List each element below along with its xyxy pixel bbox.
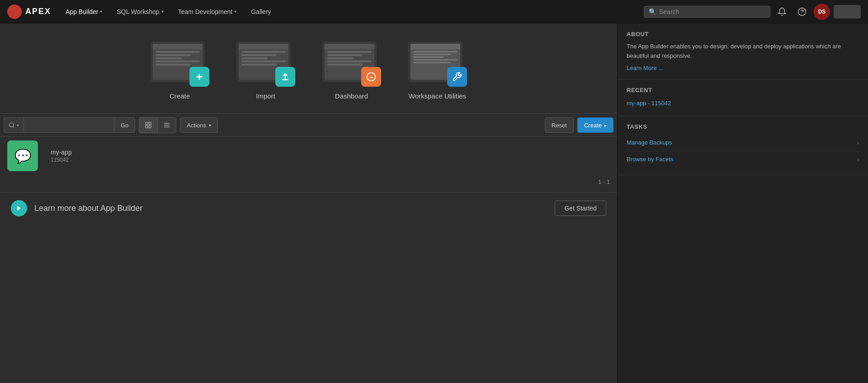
mockup-line: [413, 54, 451, 55]
actions-chevron: ▾: [209, 123, 211, 128]
screen-line: [156, 61, 200, 62]
task-item-manage-backups[interactable]: Manage Backups ›: [627, 135, 859, 151]
screen-line: [241, 64, 277, 65]
global-search-box[interactable]: 🔍: [644, 6, 770, 18]
search-input-group: ▾ Go: [4, 117, 135, 133]
create-icon-wrapper: [151, 42, 209, 87]
mockup-line: [413, 56, 444, 58]
view-toggle: [139, 117, 176, 133]
screen-line: [156, 64, 191, 65]
svg-rect-13: [149, 122, 151, 125]
dashboard-badge: [361, 67, 381, 87]
import-icon-wrapper: [236, 42, 295, 87]
go-button[interactable]: Go: [114, 117, 135, 133]
nav-sql-workshop-chevron: ▾: [161, 9, 164, 14]
svg-line-11: [13, 126, 14, 128]
reset-button[interactable]: Reset: [545, 117, 574, 133]
svg-marker-19: [17, 206, 21, 211]
mockup-line: [413, 62, 451, 63]
nav-team-development[interactable]: Team Development ▾: [173, 5, 242, 18]
tasks-title: Tasks: [627, 123, 859, 130]
content-area: Create: [0, 23, 617, 383]
task-chevron-0: ›: [857, 139, 859, 146]
screen-line: [327, 64, 363, 65]
svg-rect-12: [146, 122, 148, 125]
list-item[interactable]: 💬 my-app 115042: [0, 137, 617, 175]
learn-more-banner: Learn more about App Builder Get Started: [0, 192, 617, 224]
icons-row: Create: [0, 23, 617, 113]
list-view-button[interactable]: [158, 117, 176, 133]
pagination: 1 - 1: [0, 175, 617, 189]
app-card-icon-square: 💬: [7, 140, 38, 171]
learn-more-text: Learn more about App Builder: [34, 204, 547, 213]
about-text: The App Builder enables you to design, d…: [627, 42, 859, 61]
search-text-input[interactable]: [24, 117, 114, 133]
search-icon: 🔍: [649, 8, 656, 15]
screen-line: [327, 51, 372, 53]
nav-sql-workshop[interactable]: SQL Workshop ▾: [111, 5, 169, 18]
screen-line: [156, 51, 200, 53]
search-input[interactable]: [659, 8, 765, 15]
notifications-button[interactable]: [774, 4, 790, 20]
workspace-utilities-label: Workspace Utilities: [409, 92, 466, 100]
nav-team-development-chevron: ▾: [234, 9, 236, 14]
icon-card-create[interactable]: Create: [151, 42, 209, 100]
nav-app-builder-chevron: ▾: [100, 9, 102, 14]
task-chevron-1: ›: [857, 156, 859, 163]
icon-card-workspace-utilities[interactable]: Workspace Utilities: [408, 42, 467, 100]
grid-view-button[interactable]: [139, 117, 158, 133]
icon-card-dashboard[interactable]: Dashboard: [322, 42, 381, 100]
screen-line: [241, 51, 286, 53]
toolbar: ▾ Go: [0, 113, 617, 137]
screen-line: [156, 54, 191, 56]
user-avatar[interactable]: DS: [814, 4, 830, 20]
top-navigation: APEX App Builder ▾ SQL Workshop ▾ Team D…: [0, 0, 868, 23]
get-started-button[interactable]: Get Started: [555, 201, 606, 216]
apps-grid: 💬 my-app 115042: [0, 137, 617, 175]
app-id: 115042: [51, 157, 72, 163]
play-icon-circle: [11, 200, 27, 216]
task-item-browse-by-facets[interactable]: Browse by Facets ›: [627, 151, 859, 168]
import-badge: [275, 67, 295, 87]
app-card-info: my-app 115042: [45, 149, 72, 163]
tasks-section: Tasks Manage Backups › Browse by Facets …: [618, 116, 868, 175]
create-label: Create: [170, 92, 190, 100]
dashboard-icon-wrapper: [322, 42, 381, 87]
screen-line: [241, 57, 268, 59]
svg-rect-15: [149, 126, 151, 128]
task-label-1: Browse by Facets: [627, 156, 673, 163]
apex-logo[interactable]: APEX: [7, 5, 51, 19]
import-label: Import: [256, 92, 275, 100]
screen-line: [156, 57, 182, 59]
screen-line: [241, 54, 277, 56]
search-field-chevron: ▾: [17, 123, 19, 128]
workspace-badge: [447, 67, 467, 87]
apex-logo-icon: [7, 5, 22, 19]
create-badge: [189, 67, 209, 87]
extra-nav-area: [834, 5, 861, 19]
recent-title: Recent: [627, 87, 859, 93]
dashboard-label: Dashboard: [335, 92, 368, 100]
right-panel: About The App Builder enables you to des…: [617, 23, 868, 383]
create-chevron: ▸: [604, 123, 607, 128]
help-button[interactable]: [794, 4, 810, 20]
about-title: About: [627, 31, 859, 37]
actions-button[interactable]: Actions ▾: [180, 117, 218, 133]
recent-section: Recent my-app - 115042: [618, 79, 868, 116]
screen-line: [327, 61, 372, 62]
learn-more-link[interactable]: Learn More ...: [627, 65, 663, 71]
create-button[interactable]: Create ▸: [577, 117, 613, 133]
svg-rect-14: [146, 126, 148, 128]
app-icon: 💬: [14, 148, 31, 164]
icon-card-import[interactable]: Import: [236, 42, 295, 100]
recent-item-0[interactable]: my-app - 115042: [627, 98, 859, 108]
nav-gallery[interactable]: Gallery: [245, 5, 276, 18]
screen-line: [327, 57, 354, 59]
screen-line: [327, 54, 363, 56]
main-area: Create: [0, 23, 868, 383]
nav-app-builder[interactable]: App Builder ▾: [60, 5, 108, 18]
screen-line: [241, 61, 286, 62]
workspace-icon-wrapper: [408, 42, 467, 87]
search-field-selector[interactable]: ▾: [4, 117, 24, 133]
mockup-line: [413, 59, 458, 61]
